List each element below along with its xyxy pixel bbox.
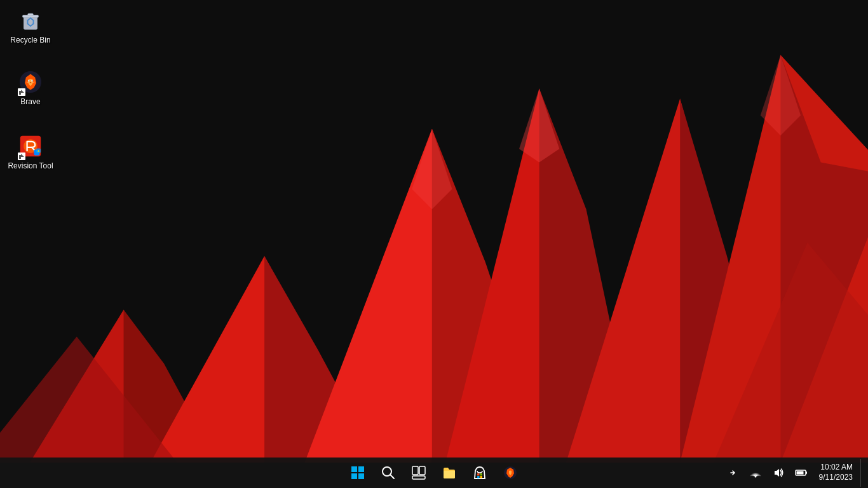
svg-rect-20 <box>28 13 34 16</box>
file-explorer-button[interactable] <box>435 459 463 487</box>
brave-label: Brave <box>20 97 40 107</box>
wallpaper <box>0 0 868 463</box>
brave-taskbar-button[interactable] <box>496 459 524 487</box>
revision-tool-label: Revision Tool <box>8 161 53 172</box>
svg-point-27 <box>29 80 29 81</box>
clock-area[interactable]: 10:02 AM 9/11/2023 <box>814 459 858 487</box>
network-icon[interactable] <box>745 459 766 487</box>
brave-icon-desktop[interactable]: Brave <box>5 67 56 110</box>
task-view-button[interactable] <box>405 459 433 487</box>
svg-rect-39 <box>351 466 357 472</box>
svg-point-28 <box>32 80 32 81</box>
show-hidden-icons-button[interactable] <box>722 459 743 487</box>
recycle-bin-label: Recycle Bin <box>10 36 50 46</box>
revision-tool-image <box>18 133 43 159</box>
svg-rect-48 <box>477 473 480 476</box>
ms-store-button[interactable] <box>466 459 494 487</box>
volume-icon[interactable] <box>768 459 789 487</box>
svg-rect-55 <box>796 471 803 475</box>
svg-rect-42 <box>358 473 364 479</box>
svg-rect-50 <box>477 476 480 478</box>
battery-icon[interactable] <box>791 459 811 487</box>
svg-rect-45 <box>412 466 418 475</box>
svg-point-53 <box>754 476 756 478</box>
svg-rect-47 <box>412 476 425 479</box>
svg-rect-49 <box>480 473 483 476</box>
start-button[interactable] <box>344 459 372 487</box>
taskbar: 10:02 AM 9/11/2023 <box>0 458 868 488</box>
search-button[interactable] <box>374 459 402 487</box>
clock-time: 10:02 AM <box>820 463 853 473</box>
svg-line-44 <box>390 475 394 478</box>
svg-rect-51 <box>480 476 483 478</box>
brave-image <box>18 69 43 95</box>
desktop: Recycle Bin <box>0 0 868 488</box>
svg-rect-40 <box>358 466 364 472</box>
clock-date: 9/11/2023 <box>819 473 853 483</box>
svg-rect-41 <box>351 473 357 479</box>
recycle-bin-image <box>18 8 43 33</box>
recycle-bin-icon[interactable]: Recycle Bin <box>5 5 56 48</box>
revision-tool-icon[interactable]: Revision Tool <box>5 131 56 174</box>
svg-rect-56 <box>806 471 807 474</box>
taskbar-center <box>344 459 524 487</box>
svg-point-29 <box>30 82 32 83</box>
show-desktop-button[interactable] <box>860 459 863 487</box>
taskbar-right: 10:02 AM 9/11/2023 <box>722 458 868 488</box>
svg-rect-46 <box>419 466 425 475</box>
